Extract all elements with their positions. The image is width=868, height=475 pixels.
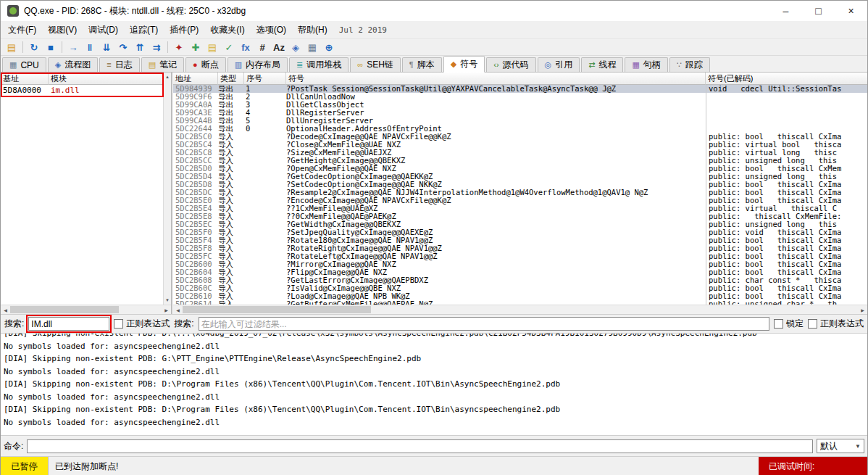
symbol-row[interactable]: 5DC2B5D4导入?GetCodecOption@CxImage@@QAEKK… (173, 173, 867, 181)
symbol-row[interactable]: 5DC2B5C8导入?Size@CxMemFile@@UAEJXZpublic:… (173, 149, 867, 157)
symbol-row[interactable]: 5DC2B5C0导入?Decode@CxImage@@QAE_NPAVCxFil… (173, 133, 867, 141)
lock-checkbox[interactable] (774, 319, 783, 329)
symbol-row[interactable]: 5DC2B5F0导入?SetJpegQuality@CxImage@@QAEXE… (173, 228, 867, 236)
module-row[interactable]: 5D8A0000im.dll (1, 85, 171, 96)
hash-icon[interactable]: # (254, 40, 270, 54)
menu-options[interactable]: 选项(O) (251, 22, 292, 38)
command-input[interactable] (27, 439, 813, 453)
symbol-horizontal-scrollbar[interactable]: ◀ ▶ (173, 305, 867, 314)
symbol-row[interactable]: 5DC2B5E0导入?Encode@CxImage@@QAE_NPAVCxFil… (173, 197, 867, 205)
tab-handles[interactable]: ▦句柄 (625, 57, 667, 72)
symbol-row[interactable]: 5D99CA3E导出4DllRegisterServer (173, 109, 867, 117)
scroll-left-icon[interactable]: ◀ (1, 305, 10, 314)
tab-references[interactable]: ◎引用 (538, 57, 580, 72)
world-icon[interactable]: ⊕ (321, 40, 337, 54)
tab-log[interactable]: ≡日志 (99, 57, 139, 72)
module-scroll-track[interactable] (10, 305, 162, 314)
log-output[interactable]: [DIA] Skipping non-existent PDB: D:\...\… (1, 333, 867, 436)
symbol-row[interactable]: 5DC2B5EC导入?GetWidth@CxImage@@QBEKXZpubli… (173, 220, 867, 228)
symbol-row[interactable]: 5DC2B5DC导入?Resample2@CxImage@@QAE_NJJW4I… (173, 189, 867, 197)
tab-notes[interactable]: ▤笔记 (141, 57, 184, 72)
tab-graph[interactable]: ◈流程图 (48, 57, 98, 72)
symbol-row[interactable]: 5DC2B5F4导入?Rotate180@CxImage@@QAE_NPAV1@… (173, 236, 867, 244)
symbol-row[interactable]: 5DC2B5D8导入?SetCodecOption@CxImage@@QAE_N… (173, 181, 867, 189)
tab-symbols[interactable]: ◆符号 (443, 56, 485, 73)
tab-trace[interactable]: ∵跟踪 (669, 57, 710, 72)
symbol-row[interactable]: 5DC2B600导入?Mirror@CxImage@@QAE_NXZpublic… (173, 260, 867, 268)
module-header-module[interactable]: 模块 (49, 73, 171, 85)
module-horizontal-scrollbar[interactable]: ◀ ▶ (1, 305, 171, 314)
text-case-icon[interactable]: Az (271, 40, 287, 54)
module-vertical-scrollbar[interactable]: ▲ ▼ (163, 73, 171, 305)
check-icon[interactable]: ✓ (221, 40, 237, 54)
step-over-icon[interactable]: ↷ (115, 40, 131, 54)
menu-plugins[interactable]: 插件(P) (164, 22, 204, 38)
symbol-row[interactable]: 5DC2B5C4导入?Close@CxMemFile@@UAE_NXZpubli… (173, 141, 867, 149)
symbol-row[interactable]: 5DC2B5D0导入?Open@CxMemFile@@QAE_NXZpublic… (173, 165, 867, 173)
filter-input[interactable] (199, 317, 769, 331)
tab-script[interactable]: ¶脚本 (402, 57, 442, 72)
menu-trace[interactable]: 追踪(T) (124, 22, 164, 38)
command-profile-dropdown[interactable]: 默认 ▼ (817, 439, 864, 453)
menu-favourites[interactable]: 收藏夹(I) (204, 22, 250, 38)
symbol-row[interactable]: 5DC2B5CC导入?GetHeight@CxImage@@QBEKXZpubl… (173, 157, 867, 165)
menu-help[interactable]: 帮助(H) (292, 22, 333, 38)
pause-icon[interactable]: ‖ (82, 40, 98, 54)
regex-checkbox[interactable] (114, 319, 123, 329)
scroll-right-icon[interactable]: ▶ (858, 305, 867, 314)
menu-debug[interactable]: 调试(D) (83, 22, 124, 38)
symbol-scroll-thumb[interactable] (183, 306, 371, 313)
graph-icon[interactable]: ◈ (288, 40, 304, 54)
tab-cpu[interactable]: ▦CPU (2, 57, 46, 72)
tab-call-stack[interactable]: ≣调用堆栈 (289, 57, 349, 72)
scroll-down-icon[interactable]: ▼ (164, 296, 172, 305)
module-search-input[interactable] (28, 317, 109, 331)
symbol-row[interactable]: 5DC2B610导入?Load@CxImage@@QAE_NPB_WK@Zpub… (173, 292, 867, 300)
symbol-row[interactable]: 5DC2B5E8导入??0CxMemFile@@QAE@PAEK@Zpublic… (173, 212, 867, 220)
symbol-row[interactable]: 5D99CA4B导出5DllUnregisterServer (173, 117, 867, 125)
execute-till-return-icon[interactable]: ⇈ (132, 40, 148, 54)
scroll-left-icon[interactable]: ◀ (173, 305, 183, 314)
open-file-icon[interactable]: ▤ (4, 40, 20, 54)
scroll-up-icon[interactable]: ▲ (164, 73, 172, 81)
tab-memory-map[interactable]: ▥内存布局 (228, 57, 288, 72)
function-highlight-icon[interactable]: fx (238, 40, 254, 54)
module-header-base[interactable]: 基址 (1, 73, 49, 85)
symbol-row[interactable]: 5DC2B604导入?Flip@CxImage@@QAE_NXZpublic: … (173, 268, 867, 276)
symbol-row[interactable]: 5D984939导出1?PostTask_Session@SessionTask… (173, 85, 867, 93)
symbol-row[interactable]: 5DC2B60C导入?IsValid@CxImage@@QBE_NXZpubli… (173, 284, 867, 292)
memory-template-icon[interactable]: ▦ (304, 40, 320, 54)
stop-icon[interactable]: ■ (43, 40, 59, 54)
symbol-header-address[interactable]: 地址 (173, 73, 218, 85)
title-bar[interactable]: QQ.exe - PID: 268C - 模块: ntdll.dll - 线程:… (1, 1, 867, 21)
symbol-row[interactable]: 5D99C9F6导出2DllCanUnloadNow (173, 93, 867, 101)
module-scroll-thumb[interactable] (10, 306, 119, 313)
tab-breakpoints[interactable]: ●断点 (185, 57, 226, 72)
minimize-button[interactable]: – (769, 1, 802, 21)
maximize-button[interactable]: □ (802, 1, 835, 21)
tab-threads[interactable]: ⇄线程 (581, 57, 623, 72)
symbol-row[interactable]: 5DC2B608导入?GetLastError@CxImage@@QAEPBDX… (173, 276, 867, 284)
scroll-right-icon[interactable]: ▶ (162, 305, 171, 314)
menu-file[interactable]: 文件(F) (2, 22, 42, 38)
menu-view[interactable]: 视图(V) (42, 22, 83, 38)
symbol-header-decoded[interactable]: 符号(已解码) (706, 73, 867, 85)
symbol-row[interactable]: 5DC22644导出0OptionalHeader.AddressOfEntry… (173, 125, 867, 133)
restart-icon[interactable]: ↻ (26, 40, 42, 54)
run-to-user-code-icon[interactable]: ⇉ (149, 40, 164, 54)
tab-seh[interactable]: ∞SEH链 (350, 57, 401, 72)
tab-source[interactable]: ‹›源代码 (486, 57, 535, 72)
comments-icon[interactable]: ▤ (204, 40, 220, 54)
run-icon[interactable]: → (65, 40, 81, 54)
symbol-row[interactable]: 5DC2B5E4导入??1CxMemFile@@UAE@XZpublic: vi… (173, 205, 867, 212)
symbol-header-symbol[interactable]: 符号 (286, 73, 706, 85)
close-button[interactable]: × (835, 1, 867, 21)
symbol-row[interactable]: 5DC2B5FC导入?RotateLeft@CxImage@@QAE_NPAV1… (173, 252, 867, 260)
patches-icon[interactable]: ✚ (188, 40, 204, 54)
preferences-icon[interactable]: ✦ (171, 40, 187, 54)
regex2-checkbox[interactable] (808, 319, 817, 329)
symbol-scroll-track[interactable] (183, 305, 858, 314)
symbol-header-type[interactable]: 类型 (218, 73, 244, 85)
symbol-header-ordinal[interactable]: 序号 (244, 73, 286, 85)
symbol-row[interactable]: 5DC2B5F8导入?RotateRight@CxImage@@QAE_NPAV… (173, 244, 867, 252)
